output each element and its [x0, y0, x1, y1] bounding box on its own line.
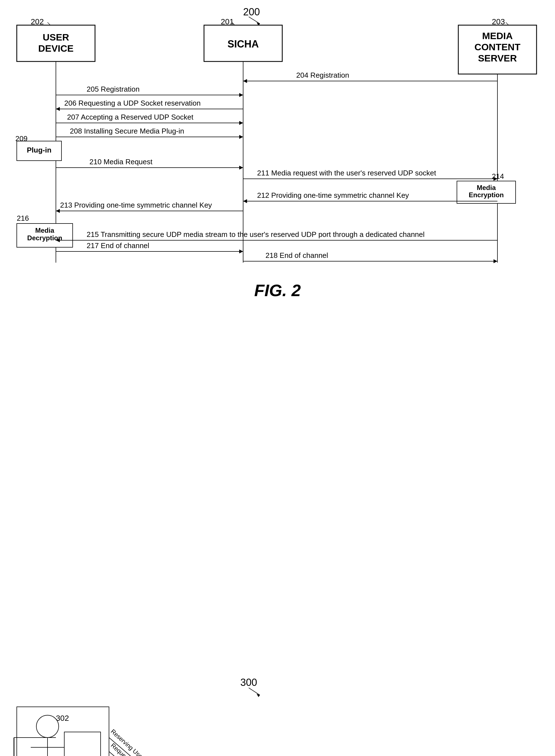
svg-text:300: 300: [240, 677, 257, 688]
svg-text:SICHA: SICHA: [227, 38, 259, 50]
svg-text:205  Registration: 205 Registration: [87, 85, 139, 93]
fig2-diagram: 200 USER DEVICE 202 SICHA 201 MEDIA CONT…: [0, 0, 555, 335]
svg-text:DEVICE: DEVICE: [38, 43, 74, 54]
svg-text:217  End of channel: 217 End of channel: [87, 241, 149, 250]
svg-text:Media: Media: [35, 227, 54, 234]
svg-text:201: 201: [221, 17, 234, 26]
svg-text:Encryption: Encryption: [469, 191, 504, 198]
svg-text:FIG. 2: FIG. 2: [254, 281, 301, 300]
svg-text:203: 203: [492, 17, 505, 26]
svg-text:210  Media Request: 210 Media Request: [89, 158, 153, 166]
svg-text:208  Installing Secure Media P: 208 Installing Secure Media Plug-in: [70, 127, 184, 135]
svg-text:CONTENT: CONTENT: [474, 42, 521, 52]
svg-text:Requesting/Installing a Media : Requesting/Installing a Media Plug-in: [110, 742, 190, 756]
svg-text:215  Transmitting secure UDP m: 215 Transmitting secure UDP media stream…: [87, 230, 425, 238]
fig3-diagram: 300 SICHA 301 User Account Database 304 …: [0, 335, 555, 756]
svg-marker-31: [239, 121, 243, 125]
svg-text:MEDIA: MEDIA: [482, 31, 513, 41]
svg-line-70: [249, 688, 260, 695]
svg-marker-66: [494, 259, 498, 263]
svg-marker-53: [56, 209, 60, 213]
svg-text:212  Providing one-time symmet: 212 Providing one-time symmetric channel…: [257, 191, 409, 199]
svg-marker-40: [239, 166, 243, 170]
svg-text:216: 216: [17, 214, 29, 222]
svg-text:SERVER: SERVER: [478, 53, 517, 63]
svg-text:USER: USER: [43, 32, 69, 42]
svg-marker-63: [239, 250, 243, 253]
svg-text:Plug-in: Plug-in: [27, 146, 51, 154]
svg-text:207  Accepting a Reserved UDP : 207 Accepting a Reserved UDP Socket: [67, 113, 194, 121]
svg-marker-22: [243, 79, 247, 83]
svg-marker-34: [239, 135, 243, 139]
svg-text:202: 202: [31, 17, 44, 26]
svg-text:302: 302: [56, 714, 69, 722]
svg-text:213  Providing one-time symmet: 213 Providing one-time symmetric channel…: [60, 201, 212, 209]
svg-marker-50: [243, 199, 247, 203]
svg-marker-28: [56, 107, 60, 111]
svg-text:200: 200: [243, 6, 260, 17]
svg-text:218  End of channel: 218 End of channel: [265, 251, 328, 260]
svg-text:206  Requesting a UDP Socket r: 206 Requesting a UDP Socket reservation: [64, 99, 201, 107]
svg-text:211  Media request with the us: 211 Media request with the user's reserv…: [257, 169, 436, 177]
svg-text:Media: Media: [477, 184, 496, 191]
svg-text:204  Registration: 204 Registration: [296, 71, 349, 79]
svg-text:209: 209: [15, 134, 28, 143]
svg-marker-25: [239, 93, 243, 97]
svg-line-1: [249, 17, 260, 24]
svg-text:214: 214: [492, 172, 504, 180]
